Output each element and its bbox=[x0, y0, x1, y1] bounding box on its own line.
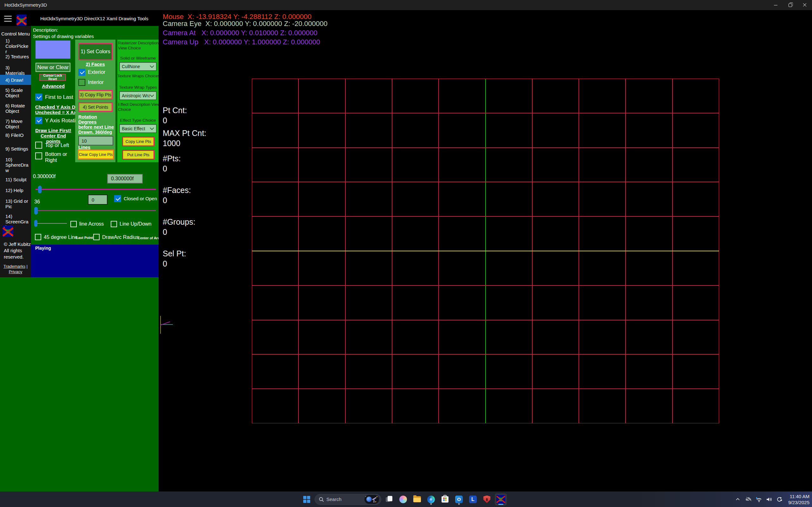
radius-slider-track[interactable] bbox=[36, 189, 156, 190]
stat-value: 0 bbox=[163, 116, 167, 125]
small-slider-track[interactable] bbox=[36, 223, 67, 224]
defender-button[interactable] bbox=[481, 493, 493, 505]
texture-wrap-dropdown[interactable]: Anistropic Wra bbox=[119, 91, 157, 100]
privacy-link[interactable]: Privacy bbox=[9, 269, 22, 274]
tray-chevron-icon[interactable] bbox=[734, 496, 741, 503]
faces-link[interactable]: 2) Faces bbox=[75, 61, 115, 67]
start-button[interactable] bbox=[301, 493, 313, 505]
volume-icon[interactable] bbox=[766, 496, 772, 503]
store-icon bbox=[442, 496, 449, 503]
playing-panel: Playing bbox=[31, 245, 159, 277]
top-or-left-checkbox[interactable] bbox=[35, 142, 42, 149]
file-explorer-icon bbox=[413, 496, 421, 503]
color-swatch[interactable] bbox=[36, 41, 70, 59]
first-to-last-label: First to Last bbox=[45, 94, 73, 101]
number-of-lines-input[interactable]: 10 bbox=[78, 136, 113, 146]
int-value-input[interactable]: 0 bbox=[88, 194, 107, 205]
shield-icon bbox=[484, 496, 490, 503]
file-explorer-button[interactable] bbox=[411, 493, 423, 505]
sidebar-item-4[interactable]: 4) Draw! bbox=[0, 75, 31, 85]
sidebar-item-1[interactable]: 1) ColorPicker bbox=[0, 38, 31, 54]
cull-mode-dropdown[interactable]: CullNone bbox=[119, 62, 157, 71]
float-value-label: 0.300000f bbox=[33, 174, 55, 179]
rasterizer-description-label: Rasterizer DescriptionView Choice bbox=[118, 41, 159, 51]
set-points-button[interactable]: 4) Set Points bbox=[78, 102, 113, 112]
sidebar-item-2[interactable]: 2) Textures bbox=[0, 54, 31, 59]
drawarc-radius-checkbox[interactable] bbox=[93, 234, 100, 240]
sidebar-logo: HoT3D bbox=[3, 226, 13, 237]
l-app-button[interactable]: L bbox=[467, 493, 479, 505]
sidebar-item-10[interactable]: 10) SphereDraw bbox=[0, 157, 31, 173]
clear-copy-line-pts-button[interactable]: Clear Copy Line Pts bbox=[78, 150, 114, 159]
sidebar-item-6[interactable]: 6) Rotate Object bbox=[0, 103, 31, 114]
set-colors-button[interactable]: 1) Set Colors bbox=[78, 43, 113, 60]
degrees-slider-thumb[interactable] bbox=[34, 207, 38, 215]
tray-time: 11:40 AM bbox=[788, 493, 809, 499]
restore-button[interactable] bbox=[783, 0, 798, 10]
copy-line-pts-button[interactable]: Copy Line Pts bbox=[122, 136, 154, 147]
interior-checkbox[interactable] bbox=[78, 79, 85, 86]
bottom-or-right-checkbox[interactable] bbox=[35, 153, 42, 159]
line-across-label: line Across bbox=[79, 221, 104, 227]
network-wifi-icon[interactable] bbox=[756, 496, 762, 503]
axis-cursor-diagonal bbox=[160, 321, 170, 326]
drawing-viewport[interactable]: Mouse X: -13.918324 Y: -4.288112 Z: 0.00… bbox=[159, 10, 812, 492]
copilot-icon bbox=[399, 496, 407, 503]
trademarks-link[interactable]: Trademarks bbox=[3, 264, 26, 269]
sidebar-item-13[interactable]: 13) Grid or Pic bbox=[0, 199, 31, 209]
stat-label: Sel Pt: bbox=[163, 249, 186, 258]
windows-start-icon bbox=[303, 496, 310, 503]
radius-slider-thumb[interactable] bbox=[38, 186, 42, 193]
line-updown-checkbox[interactable] bbox=[111, 221, 117, 227]
copyright-text: © Jeff Kubitz. All rights reserved. bbox=[4, 241, 32, 260]
y-axis-rotation-checkbox[interactable] bbox=[35, 117, 42, 124]
effect-type-choice-label: Effect Type Choice bbox=[117, 118, 159, 123]
hot3dx-app-button[interactable]: HoT3D bbox=[495, 493, 507, 505]
effect-type-dropdown[interactable]: Basic Effect bbox=[119, 124, 157, 133]
sidebar-item-12[interactable]: 12) Help bbox=[0, 187, 31, 193]
sidebar-item-9[interactable]: 9) Settings bbox=[0, 146, 31, 152]
search-icon bbox=[319, 497, 324, 502]
copy-flip-pts-button[interactable]: 3) Copy Flip Pts bbox=[78, 90, 113, 100]
copilot-button[interactable] bbox=[397, 493, 409, 505]
exterior-label: Exterior bbox=[88, 69, 105, 75]
sidebar-item-7[interactable]: 7) Move Object bbox=[0, 118, 31, 129]
top-or-left-label: Top or Left bbox=[45, 143, 69, 148]
onedrive-icon[interactable] bbox=[745, 496, 751, 503]
float-value-input[interactable]: 0.300000f bbox=[107, 174, 143, 183]
hamburger-menu-icon[interactable] bbox=[4, 16, 12, 21]
store-button[interactable] bbox=[439, 493, 451, 505]
sidebar-item-3[interactable]: 3) Materials bbox=[0, 65, 31, 76]
new-or-clear-button[interactable]: New or Clear bbox=[36, 63, 70, 72]
interior-label: Interior bbox=[88, 79, 104, 85]
closed-or-open-checkbox[interactable] bbox=[114, 195, 121, 202]
exterior-checkbox[interactable] bbox=[78, 69, 85, 76]
restore-icon bbox=[789, 3, 792, 7]
tray-clock[interactable]: 11:40 AM 9/23/2025 bbox=[788, 493, 809, 505]
cursor-lock-reset-button[interactable]: Cursor Lock Reset bbox=[39, 74, 66, 81]
close-button[interactable] bbox=[798, 0, 812, 10]
windows-update-icon[interactable] bbox=[776, 496, 783, 503]
search-input[interactable]: Search bbox=[315, 494, 381, 505]
degrees-slider-track[interactable] bbox=[36, 210, 156, 211]
line-across-checkbox[interactable] bbox=[70, 221, 77, 227]
outlook-button[interactable]: O bbox=[453, 493, 465, 505]
task-view-button[interactable] bbox=[383, 493, 395, 505]
sidebar-item-5[interactable]: 5) Scale Object bbox=[0, 88, 31, 98]
app-title: Hot3dxSymmetry3D DirectX12 Xaml Drawing … bbox=[40, 16, 148, 21]
put-line-pts-button[interactable]: Put Line Pts bbox=[122, 150, 154, 160]
outlook-icon: O bbox=[455, 496, 463, 503]
texture-wrap-types-label: Texture Wrap Types bbox=[117, 85, 159, 90]
advanced-link[interactable]: Advanced bbox=[33, 83, 73, 89]
sidebar-item-8[interactable]: 8) FileIO bbox=[0, 132, 31, 138]
first-to-last-checkbox[interactable] bbox=[35, 94, 42, 101]
stat-label: Pt Cnt: bbox=[163, 106, 187, 115]
sidebar-item-11[interactable]: 11) Sculpt bbox=[0, 177, 31, 182]
edge-button[interactable] bbox=[425, 493, 437, 505]
minimize-button[interactable] bbox=[768, 0, 783, 10]
hot3dx-app-icon: HoT3D bbox=[496, 495, 505, 504]
deg45-line-checkbox[interactable] bbox=[35, 234, 41, 240]
small-slider-thumb[interactable] bbox=[34, 220, 38, 227]
readout-line-3: Camera At X: 0.000000 Y: 0.010000 Z: 0.0… bbox=[163, 29, 317, 37]
tray-date: 9/23/2025 bbox=[788, 499, 809, 505]
